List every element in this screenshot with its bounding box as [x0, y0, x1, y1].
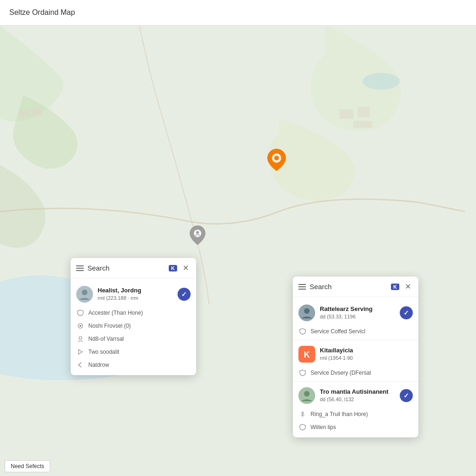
play-icon-left [76, 348, 85, 356]
need-sefects-button[interactable]: Need Sefects [5, 460, 50, 472]
svg-rect-6 [353, 121, 372, 128]
card-left-person-text: Healist, Jordng rml (223.188 · rrm [98, 287, 173, 301]
svg-rect-3 [33, 107, 42, 115]
card-right-person1-text: Rattelearz Serving dd (53.33, 1196 [320, 305, 395, 320]
person-right1-sub: dd (53.33, 1196 [320, 313, 395, 320]
card-left-row5: Natdrow [71, 358, 196, 371]
k-badge-right: K [391, 284, 399, 290]
card-left-person-row[interactable]: Healist, Jordng rml (223.188 · rrm [71, 282, 196, 306]
close-button-right[interactable]: ✕ [403, 281, 413, 292]
person3-row1-text-right: Ring_a Truil lhan Hore) [311, 411, 368, 417]
person2-row-text-right: Service Dvsery (DFersal [311, 370, 371, 376]
person-right3-name: Tro mantia Autisinanent [320, 388, 395, 396]
card-left-body: Healist, Jordng rml (223.188 · rrm Acces… [71, 278, 196, 375]
k-badge-left: K [169, 265, 177, 271]
check-badge-left [178, 288, 191, 301]
svg-point-12 [82, 290, 87, 295]
hamburger-icon-left[interactable] [76, 265, 84, 271]
search-card-left: Search K ✕ Healist, Jordng rml (223.188 … [71, 258, 196, 375]
row1-text-left: Accester (Than Hone) [88, 310, 143, 316]
svg-point-15 [79, 337, 82, 339]
map-pin-orange[interactable] [267, 149, 286, 171]
card-right-person3-row2: Wiiten lips [293, 421, 418, 434]
person-right3-sub: dd (56.40, l132 [320, 396, 395, 403]
header: Seltze Ordaind Map [0, 0, 476, 26]
shield-icon-right1 [298, 327, 307, 336]
svg-rect-2 [19, 109, 30, 116]
card-right-header: Search K ✕ [293, 277, 418, 297]
svg-point-10 [196, 231, 199, 234]
svg-point-14 [79, 325, 81, 327]
card-left-row2: Noshi Frovsel (0) [71, 319, 196, 332]
card-right-body: Rattelearz Serving dd (53.33, 1196 Servi… [293, 297, 418, 437]
divider-right2 [293, 381, 418, 382]
shield-icon-left1 [76, 309, 85, 317]
card-right-person2-row[interactable]: K Kitaıllayicia rml (1954·1·90 [293, 342, 418, 366]
divider-right1 [293, 340, 418, 340]
hamburger-icon-right[interactable] [298, 284, 306, 290]
row3-text-left: Nd8-of Varrsal [88, 336, 124, 342]
svg-point-23 [302, 412, 304, 414]
card-right-person2-row1: Service Dvsery (DFersal [293, 366, 418, 379]
check-badge-right1 [400, 306, 413, 319]
card-right-person1-row1: Service Coffed Servicl [293, 325, 418, 338]
back-icon-left [76, 361, 85, 369]
card-left-header: Search K ✕ [71, 258, 196, 278]
person-left-name: Healist, Jordng [98, 287, 173, 295]
card-right-person1-row[interactable]: Rattelearz Serving dd (53.33, 1196 [293, 301, 418, 325]
close-button-left[interactable]: ✕ [181, 263, 191, 273]
avatar-right1 [298, 304, 315, 321]
person-right1-name: Rattelearz Serving [320, 305, 395, 313]
svg-rect-4 [339, 109, 353, 119]
row2-text-left: Noshi Frovsel (0) [88, 323, 131, 329]
circle-icon-left [76, 322, 85, 330]
svg-rect-5 [358, 107, 370, 117]
row5-text-left: Natdrow [88, 362, 109, 368]
shield-icon-right3 [298, 423, 307, 431]
person-right2-sub: rml (1954·1·90 [320, 355, 413, 361]
map-area: Search K ✕ Healist, Jordng rml (223.188 … [0, 26, 476, 476]
card-left-row1: Accester (Than Hone) [71, 306, 196, 319]
card-right-person3-text: Tro mantia Autisinanent dd (56.40, l132 [320, 388, 395, 403]
svg-marker-16 [79, 350, 82, 354]
card-right-person2-text: Kitaıllayicia rml (1954·1·90 [320, 347, 413, 361]
svg-point-22 [304, 391, 310, 397]
person-icon-left [76, 335, 85, 343]
page-title: Seltze Ordaind Map [9, 8, 75, 17]
card-left-row3: Nd8-of Varrsal [71, 332, 196, 345]
check-badge-right3 [400, 389, 413, 402]
person-right2-name: Kitaıllayicia [320, 347, 413, 355]
row4-text-left: Two soodalit [88, 349, 119, 355]
svg-text:K: K [304, 350, 310, 359]
search-label-right: Search [310, 283, 387, 291]
person3-row2-text-right: Wiiten lips [311, 424, 336, 430]
search-label-left: Search [87, 264, 165, 272]
avatar-left [76, 286, 93, 303]
card-right-person3-row1: Ring_a Truil lhan Hore) [293, 408, 418, 421]
person-left-sub: rml (223.188 · rrm [98, 295, 173, 301]
person1-row-text-right: Service Coffed Servicl [311, 328, 365, 335]
avatar-right3 [298, 387, 315, 404]
card-left-row4: Two soodalit [71, 345, 196, 358]
anchor-icon-right [298, 410, 307, 418]
search-card-right: Search K ✕ Rattelearz Serving dd (53.33,… [293, 277, 418, 437]
card-right-person3-row[interactable]: Tro mantia Autisinanent dd (56.40, l132 [293, 383, 418, 408]
map-pin-gray[interactable] [190, 225, 205, 245]
svg-point-18 [304, 308, 310, 314]
avatar-right2: K [298, 346, 315, 363]
shield-icon-right2 [298, 369, 307, 377]
